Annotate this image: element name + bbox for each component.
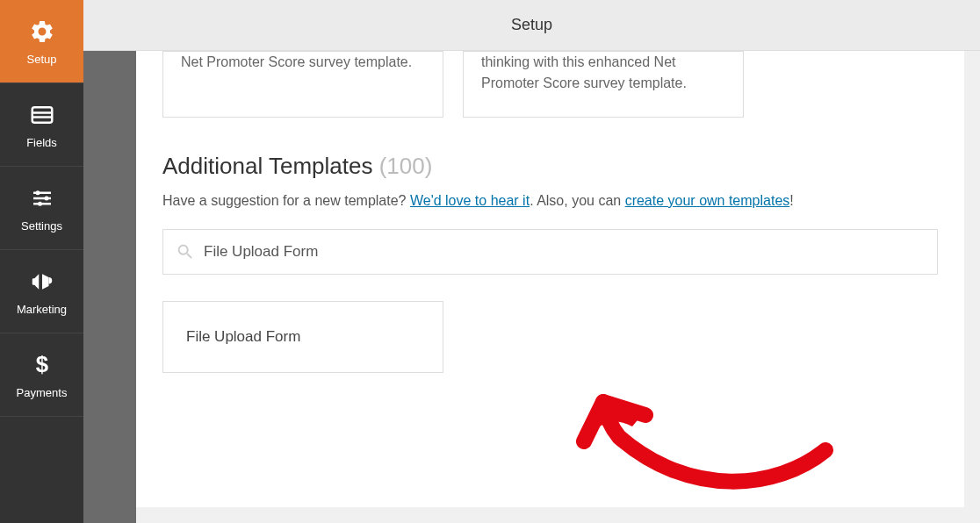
list-icon (28, 101, 56, 129)
svg-point-7 (44, 196, 48, 200)
main-panel: Net Promoter Score survey template. thin… (136, 51, 964, 507)
search-box[interactable] (162, 229, 938, 275)
sidebar-item-label: Marketing (17, 303, 67, 316)
svg-text:$: $ (35, 353, 47, 376)
suggestion-link[interactable]: We'd love to hear it (410, 193, 530, 208)
svg-rect-0 (32, 107, 52, 123)
search-icon (176, 242, 195, 262)
annotation-arrow (566, 314, 847, 516)
template-result-label: File Upload Form (186, 328, 300, 346)
sidebar-item-label: Setup (27, 53, 57, 66)
sliders-icon (28, 184, 56, 212)
sidebar-item-settings[interactable]: Settings (0, 167, 83, 250)
create-templates-link[interactable]: create your own templates (625, 193, 790, 208)
sidebar: Setup Fields Settings Marketing $ Paymen… (0, 0, 83, 523)
sidebar-item-payments[interactable]: $ Payments (0, 333, 83, 417)
bullhorn-icon (28, 268, 56, 296)
search-input[interactable] (204, 243, 925, 261)
svg-point-6 (35, 190, 40, 195)
sidebar-item-label: Fields (26, 136, 57, 149)
header: Setup (83, 0, 980, 51)
template-result[interactable]: File Upload Form (162, 301, 443, 373)
section-title-text: Additional Templates (162, 153, 372, 179)
sidebar-item-fields[interactable]: Fields (0, 83, 83, 167)
section-title: Additional Templates (100) (162, 153, 938, 180)
template-cards-row: Net Promoter Score survey template. thin… (162, 51, 938, 118)
dollar-icon: $ (28, 351, 56, 379)
section-description: Have a suggestion for a new template? We… (162, 190, 938, 211)
sidebar-item-label: Settings (21, 219, 62, 233)
background-strip (83, 51, 136, 523)
template-card[interactable]: thinking with this enhanced Net Promoter… (463, 51, 744, 118)
template-card-text: Net Promoter Score survey template. (181, 52, 425, 73)
svg-point-8 (38, 201, 42, 205)
section-count: (100) (379, 153, 433, 179)
sidebar-item-setup[interactable]: Setup (0, 0, 83, 83)
sidebar-item-marketing[interactable]: Marketing (0, 250, 83, 333)
gear-icon (28, 18, 56, 46)
template-card-text: thinking with this enhanced Net Promoter… (481, 52, 725, 94)
template-card[interactable]: Net Promoter Score survey template. (162, 51, 443, 118)
page-title: Setup (511, 16, 552, 34)
sidebar-item-label: Payments (17, 386, 68, 399)
